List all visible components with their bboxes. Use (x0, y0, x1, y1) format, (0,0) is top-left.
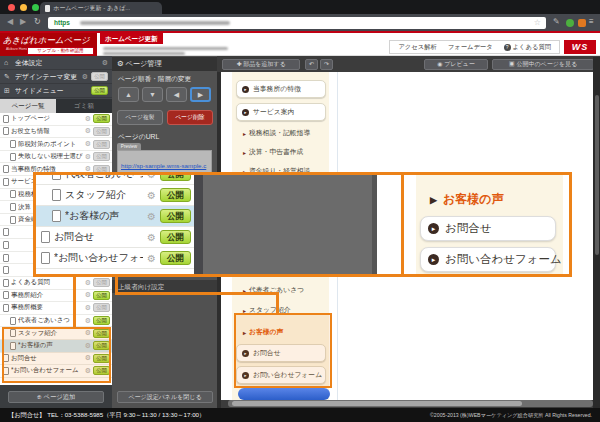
publish-button[interactable]: 公開 (91, 86, 108, 95)
page-label: お問合せ (54, 230, 143, 244)
gear-icon[interactable]: ⚙ (85, 153, 91, 161)
zoomed-menu-button: ▸ お問い合わせフォーム (420, 247, 556, 272)
view-live-button[interactable]: ▣ 公開中のページを見る (492, 59, 594, 70)
preview-tab: Preview (117, 143, 141, 150)
close-panel-button[interactable]: ページ設定パネルを閉じる (117, 391, 213, 403)
gear-icon[interactable]: ⚙ (85, 304, 91, 312)
tab-page-list[interactable]: ページ一覧 (0, 99, 56, 113)
reload-icon[interactable]: ↻ (34, 17, 41, 26)
home-icon: ⌂ (4, 59, 12, 66)
sidebar-setting-row[interactable]: ⌂全体設定⚙ (0, 56, 112, 70)
https-label: https (54, 19, 70, 26)
gear-icon[interactable]: ⚙ (102, 59, 108, 67)
duplicate-page-button[interactable]: ページ複製 (117, 110, 163, 125)
undo-button[interactable]: ↶ (305, 59, 318, 70)
forward-icon[interactable]: ▶ (20, 17, 26, 26)
minimize-window-button[interactable] (20, 4, 27, 11)
zoom-window-button[interactable] (32, 4, 39, 11)
page-list-row[interactable]: 失敗しない税理士選び⚙公開 (0, 151, 112, 164)
close-window-button[interactable] (8, 4, 15, 11)
green-extension-icon[interactable] (566, 19, 574, 27)
zoomed-page-row: お問合せ⚙公開 (36, 227, 194, 248)
publish-button[interactable]: 公開 (93, 303, 110, 312)
zoomed-menu-active-item: ▶ お客様の声 (430, 191, 503, 208)
publish-button[interactable]: 公開 (93, 278, 110, 287)
menu-subitem-label: 決算・申告書作成 (249, 147, 303, 157)
publish-button[interactable]: 公開 (93, 291, 110, 300)
page-list-row[interactable]: お役立ち情報⚙公開 (0, 126, 112, 139)
horizontal-scrollbar-thumb[interactable] (232, 401, 522, 406)
annotation-connector (276, 292, 279, 315)
publish-button[interactable]: 公開 (93, 140, 110, 149)
browser-tab[interactable]: ホームページ更新 - あきば... (40, 2, 162, 14)
sidebar-setting-row[interactable]: ⊞サイドメニュー公開 (0, 84, 112, 98)
move-left-button[interactable]: ◀ (166, 87, 187, 102)
arrow-bullet-icon: ▸ (428, 223, 439, 234)
move-up-button[interactable]: ▲ (118, 87, 139, 102)
back-icon[interactable]: ◀ (7, 17, 13, 26)
header-link[interactable]: ?よくある質問 (504, 43, 551, 52)
move-right-button[interactable]: ▶ (190, 87, 211, 102)
publish-button[interactable]: 公開 (91, 72, 108, 81)
gear-icon[interactable]: ⚙ (85, 115, 91, 123)
gear-icon[interactable]: ⚙ (85, 291, 91, 299)
preview-button[interactable]: ◉ プレビュー (424, 59, 488, 70)
zoomed-dimmed-area (203, 175, 372, 274)
page-label: 節税対策のポイント (18, 140, 83, 149)
edit-extension-icon[interactable]: ✎ (553, 17, 560, 26)
gear-icon[interactable]: ⚙ (85, 317, 91, 325)
page-icon (10, 153, 16, 161)
header-link[interactable]: アクセス解析 (398, 43, 436, 52)
page-list-row[interactable]: 事務所紹介⚙公開 (0, 290, 112, 303)
gear-icon[interactable]: ⚙ (85, 279, 91, 287)
page-label: トップページ (11, 114, 83, 123)
page-icon (3, 266, 9, 274)
header-link[interactable]: フォームデータ (448, 43, 493, 52)
redo-button[interactable]: ↷ (320, 59, 333, 70)
bookmark-star-icon[interactable]: ☆ (534, 18, 541, 27)
publish-button: 公開 (160, 230, 191, 244)
page-list-row[interactable]: よくある質問⚙公開 (0, 277, 112, 290)
order-label: ページ順番・階層の変更 (118, 75, 191, 84)
delete-page-button[interactable]: ページ削除 (167, 110, 213, 125)
page-url-label: ページのURL (118, 132, 159, 142)
preview-menu-button: ▸サービス案内 (236, 103, 326, 121)
gear-icon: ⚙ (147, 190, 156, 201)
page-icon (3, 291, 9, 299)
vertical-scrollbar-thumb[interactable] (595, 95, 599, 255)
move-down-button[interactable]: ▼ (142, 87, 163, 102)
orange-extension-icon[interactable] (578, 19, 586, 27)
zoomed-page-rows: 代表者ごあいさつ⚙公開スタッフ紹介⚙公開*お客様の声⚙公開お問合せ⚙公開*お問い… (36, 172, 194, 269)
gear-icon: ⚙ (147, 253, 156, 264)
add-page-button[interactable]: ⊕ ページ追加 (8, 391, 104, 403)
page-icon (52, 210, 61, 222)
footer-copyright: ©2005-2013 (株)WEBマーケティング総合研究所 All Rights… (430, 412, 592, 419)
page-title-ribbon: ホームページ更新 (100, 33, 163, 44)
publish-button[interactable]: 公開 (93, 127, 110, 136)
sidebar-setting-row[interactable]: ✎デザインテーマ変更⚙公開 (0, 70, 112, 84)
page-icon (3, 165, 9, 173)
gear-icon: ⚙ (147, 232, 156, 243)
gear-icon[interactable]: ⚙ (85, 140, 91, 148)
zoomed-page-row: 代表者ごあいさつ⚙公開 (36, 172, 194, 185)
preview-menu-subitem: ▸決算・申告書作成 (243, 147, 303, 157)
url-bar[interactable]: https ☆ (48, 17, 546, 29)
page-icon (52, 172, 61, 180)
add-part-button[interactable]: ✚ 部品を追加する (222, 59, 300, 70)
publish-button[interactable]: 公開 (93, 114, 110, 123)
app-footer: 【お問合せ】 TEL：03-5388-5985（平日 9:30～11:30 / … (0, 408, 600, 422)
menu-icon[interactable]: ≡ (589, 17, 594, 26)
triangle-bullet-icon: ▶ (430, 195, 437, 205)
gear-icon[interactable]: ⚙ (85, 127, 91, 135)
publish-button[interactable]: 公開 (93, 316, 110, 325)
page-list-row[interactable]: 事務所概要⚙公開 (0, 302, 112, 315)
gear-icon[interactable]: ⚙ (82, 73, 88, 81)
publish-button[interactable]: 公開 (93, 152, 110, 161)
page-list-row[interactable]: 節税対策のポイント⚙公開 (0, 138, 112, 151)
page-list-row[interactable]: 代表者ごあいさつ⚙公開 (0, 315, 112, 328)
page-icon (3, 115, 9, 123)
page-list-row[interactable]: トップページ⚙公開 (0, 113, 112, 126)
arrow-bullet-icon: ▸ (242, 109, 249, 116)
page-icon (3, 254, 9, 262)
tab-trash[interactable]: ゴミ箱 (56, 99, 112, 113)
